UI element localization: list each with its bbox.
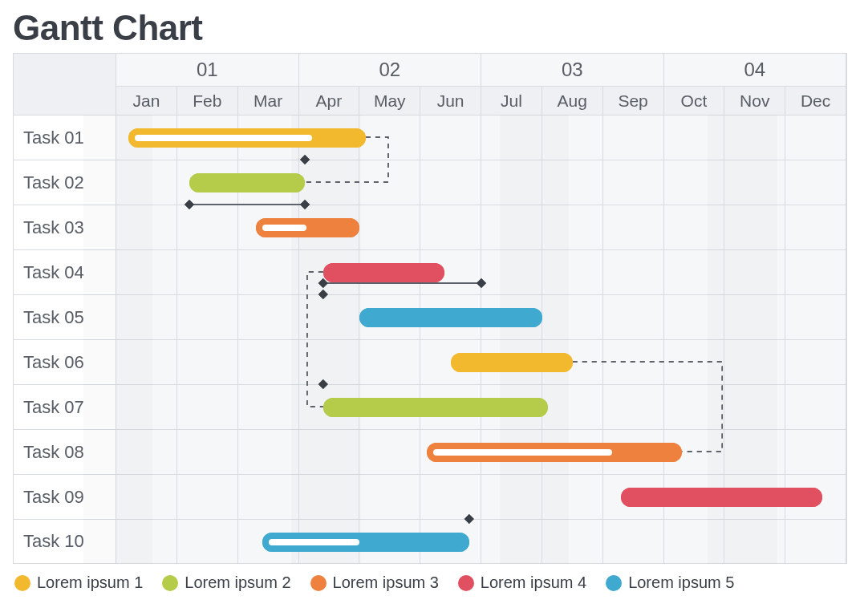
quarter-header: 03 xyxy=(481,54,664,86)
page-title: Gantt Chart xyxy=(13,8,847,48)
task-label: Task 01 xyxy=(14,116,116,160)
legend-item: Lorem ipsum 2 xyxy=(162,573,290,592)
gantt-bar[interactable] xyxy=(621,488,821,507)
month-header: Jan xyxy=(116,86,177,115)
gantt-bar[interactable] xyxy=(189,173,305,192)
month-header: Nov xyxy=(724,86,785,115)
table-row: Task 05 xyxy=(14,294,846,339)
legend-label: Lorem ipsum 5 xyxy=(628,573,734,592)
gantt-bar[interactable] xyxy=(323,398,549,417)
task-lane xyxy=(116,520,846,563)
legend: Lorem ipsum 1Lorem ipsum 2Lorem ipsum 3L… xyxy=(13,564,847,592)
task-label: Task 07 xyxy=(14,385,116,429)
task-lane xyxy=(116,295,846,339)
month-header: May xyxy=(359,86,420,115)
gantt-bar[interactable] xyxy=(359,308,542,327)
legend-item: Lorem ipsum 5 xyxy=(606,573,734,592)
gantt-bar-progress xyxy=(262,225,306,231)
task-label: Task 02 xyxy=(14,160,116,205)
gantt-body: Task 01Task 02Task 03Task 04Task 05Task … xyxy=(14,115,846,564)
legend-label: Lorem ipsum 4 xyxy=(481,573,586,592)
task-lane xyxy=(116,160,846,205)
gantt-bar-progress xyxy=(269,539,359,545)
legend-item: Lorem ipsum 1 xyxy=(14,573,143,592)
table-row: Task 09 xyxy=(14,474,846,519)
task-label: Task 08 xyxy=(14,430,116,474)
month-header: Dec xyxy=(785,86,846,115)
table-row: Task 04 xyxy=(14,249,846,294)
task-label: Task 04 xyxy=(14,250,116,294)
quarter-header: 02 xyxy=(299,54,482,86)
quarter-header: 01 xyxy=(116,54,299,86)
task-column-header xyxy=(14,54,116,115)
task-label: Task 09 xyxy=(14,475,116,519)
table-row: Task 03 xyxy=(14,205,846,249)
task-label: Task 03 xyxy=(14,205,116,249)
gantt-bar[interactable] xyxy=(451,353,573,372)
legend-swatch xyxy=(458,575,474,591)
task-lane xyxy=(116,475,846,519)
task-label: Task 06 xyxy=(14,340,116,384)
legend-label: Lorem ipsum 1 xyxy=(37,573,143,592)
gantt-bar[interactable] xyxy=(427,443,683,462)
gantt-bar[interactable] xyxy=(262,533,469,552)
gantt-bar[interactable] xyxy=(128,128,366,148)
task-lane xyxy=(116,116,846,160)
month-header: Jun xyxy=(420,86,481,115)
gantt-bar-progress xyxy=(135,135,312,141)
gantt-bar[interactable] xyxy=(323,263,445,282)
table-row: Task 10 xyxy=(14,519,846,564)
quarter-header: 04 xyxy=(664,54,847,86)
legend-swatch xyxy=(14,575,30,591)
task-label: Task 10 xyxy=(14,520,116,563)
task-lane xyxy=(116,340,846,384)
task-label: Task 05 xyxy=(14,295,116,339)
legend-item: Lorem ipsum 3 xyxy=(310,573,439,592)
month-header: Jul xyxy=(481,86,542,115)
gantt-bar-progress xyxy=(433,449,612,456)
legend-label: Lorem ipsum 2 xyxy=(185,573,290,592)
task-lane xyxy=(116,385,846,429)
month-header: Aug xyxy=(542,86,603,115)
month-header: Sep xyxy=(603,86,664,115)
table-row: Task 08 xyxy=(14,429,846,474)
task-lane xyxy=(116,250,846,294)
gantt-bar[interactable] xyxy=(256,218,359,237)
table-row: Task 01 xyxy=(14,115,846,160)
task-lane xyxy=(116,430,846,474)
legend-item: Lorem ipsum 4 xyxy=(458,573,586,592)
legend-label: Lorem ipsum 3 xyxy=(333,573,439,592)
month-header: Mar xyxy=(238,86,299,115)
legend-swatch xyxy=(606,575,622,591)
table-row: Task 07 xyxy=(14,384,846,429)
task-lane xyxy=(116,205,846,249)
gantt-header: 01020304 JanFebMarAprMayJunJulAugSepOctN… xyxy=(14,54,846,115)
month-header: Oct xyxy=(664,86,725,115)
month-header: Apr xyxy=(299,86,360,115)
table-row: Task 06 xyxy=(14,339,846,384)
gantt-chart: 01020304 JanFebMarAprMayJunJulAugSepOctN… xyxy=(13,53,847,564)
legend-swatch xyxy=(162,575,178,591)
month-header: Feb xyxy=(177,86,238,115)
legend-swatch xyxy=(310,575,327,591)
table-row: Task 02 xyxy=(14,160,846,205)
